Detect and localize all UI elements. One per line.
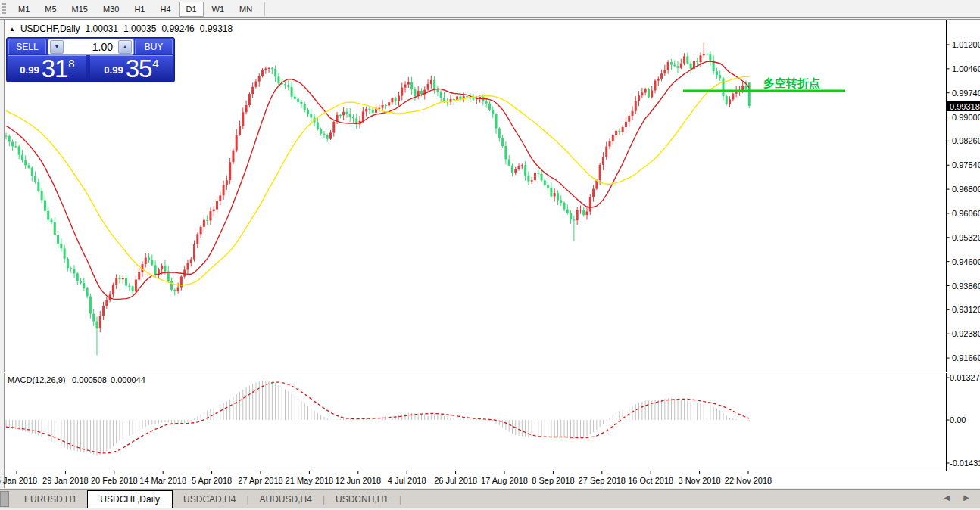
- tab-scroll-right-icon[interactable]: ▶: [963, 493, 969, 502]
- buy-button[interactable]: BUY: [135, 39, 173, 54]
- sell-price-sup: 8: [68, 57, 74, 70]
- trading-terminal-window: M1M5M15M30H1H4D1W1MN 1.012001.004600.997…: [0, 0, 980, 510]
- quote-low: 0.99246: [161, 23, 194, 34]
- price-axis-label: 0.93120: [952, 305, 980, 314]
- svg-text:0.99318: 0.99318: [950, 102, 980, 111]
- volume-down-button[interactable]: ▼: [50, 40, 64, 54]
- time-axis-label: 17 Aug 2018: [481, 476, 528, 485]
- tab-scroll-left-icon[interactable]: ◀: [944, 493, 950, 502]
- buy-price-small: 0.99: [104, 64, 123, 76]
- macd-name: MACD(12,26,9): [8, 375, 65, 384]
- price-axis-label: 0.93860: [952, 281, 980, 291]
- time-axis-label: 4 Jul 2018: [388, 476, 426, 485]
- macd-axis-label: 0.00: [950, 415, 966, 424]
- timeframe-button-m15[interactable]: M15: [65, 2, 95, 17]
- time-axis-label: 12 Jun 2018: [336, 476, 382, 485]
- volume-stepper: ▼ 1.00 ▲: [48, 39, 134, 55]
- macd-value-main: -0.000508: [69, 375, 107, 384]
- time-axis-label: 26 Jul 2018: [434, 476, 477, 485]
- tab-usdchf-daily[interactable]: USDCHF,Daily: [87, 490, 173, 509]
- price-axis-label: 1.01200: [952, 40, 980, 49]
- quote-close: 0.99318: [200, 23, 233, 34]
- sell-price-small: 0.99: [20, 64, 39, 76]
- time-axis-label: 3 Nov 2018: [678, 476, 720, 485]
- current-price-badge: 0.99318: [947, 101, 980, 111]
- time-axis-label: 14 Mar 2018: [139, 476, 186, 485]
- timeframe-button-h1[interactable]: H1: [127, 2, 151, 17]
- volume-value[interactable]: 1.00: [65, 41, 117, 53]
- timeframe-buttons: M1M5M15M30H1H4D1W1MN: [11, 2, 260, 17]
- tabbar-corner-box: [0, 491, 9, 507]
- price-axis-label: 0.91660: [952, 353, 980, 362]
- time-axis-label: 21 May 2018: [286, 476, 334, 485]
- toolbar-grip-icon[interactable]: [2, 3, 6, 15]
- price-axis-label: 0.99000: [952, 113, 980, 122]
- time-axis-label: 27 Sep 2018: [579, 476, 626, 485]
- time-axis-label: 5 Jan 2018: [0, 476, 37, 485]
- price-axis-label: 0.95320: [952, 233, 980, 242]
- chart-title: ▲ USDCHF,Daily 1.00031 1.00035 0.99246 0…: [9, 23, 233, 34]
- buy-price-big: 35: [126, 58, 152, 80]
- price-axis-label: 1.00460: [952, 64, 980, 73]
- time-axis-label: 8 Sep 2018: [532, 476, 574, 485]
- time-axis-label: 5 Apr 2018: [192, 476, 232, 485]
- time-axis-label: 22 Nov 2018: [725, 476, 772, 485]
- trendline-label: 多空转折点: [763, 76, 820, 90]
- timeframe-button-d1[interactable]: D1: [179, 2, 204, 17]
- tab-usdcad-h4[interactable]: USDCAD,H4: [173, 492, 246, 507]
- price-axis-label: 0.98260: [952, 136, 980, 145]
- toolbar-separator: [264, 2, 265, 16]
- time-axis-label: 27 Apr 2018: [238, 476, 282, 485]
- buy-price-button[interactable]: 0.99 35 4: [90, 55, 173, 80]
- chart-symbol: USDCHF,Daily: [20, 23, 80, 34]
- tab-audusd-h4[interactable]: AUDUSD,H4: [249, 492, 323, 507]
- price-axis-label: 0.99740: [952, 89, 980, 98]
- timeframe-button-m30[interactable]: M30: [96, 2, 126, 17]
- timeframe-button-w1[interactable]: W1: [205, 2, 232, 17]
- chart-canvas[interactable]: 1.012001.004600.997400.990000.982600.975…: [0, 19, 980, 489]
- quote-high: 1.00035: [123, 23, 156, 34]
- price-axis-label: 0.96800: [952, 185, 980, 194]
- tab-divider: |: [399, 494, 401, 505]
- macd-value-signal: 0.000044: [111, 375, 145, 384]
- price-axis-label: 0.92380: [952, 329, 980, 338]
- sell-price-button[interactable]: 0.99 31 8: [8, 55, 86, 80]
- timeframe-button-m5[interactable]: M5: [38, 2, 63, 17]
- quote-open: 1.00031: [86, 23, 118, 34]
- macd-indicator-label: MACD(12,26,9) -0.000508 0.000044: [8, 375, 145, 384]
- price-axis-label: 0.96060: [952, 209, 980, 218]
- volume-up-button[interactable]: ▲: [118, 40, 132, 54]
- price-axis-label: 0.94600: [952, 257, 980, 266]
- macd-axis-label: 0.01327: [950, 373, 980, 382]
- chart-tabs-bar: EURUSD,H1USDCHF,DailyUSDCAD,H4|AUDUSD,H4…: [0, 489, 980, 508]
- one-click-trading-panel: SELL ▼ 1.00 ▲ BUY 0.99 31 8 0.99 35 4: [6, 37, 175, 82]
- timeframe-toolbar: M1M5M15M30H1H4D1W1MN: [0, 0, 980, 18]
- tab-eurusd-h1[interactable]: EURUSD,H1: [14, 492, 87, 507]
- macd-axis-label: -0.01431: [950, 459, 980, 468]
- buy-price-sup: 4: [152, 57, 158, 70]
- chart-tabs: EURUSD,H1USDCHF,DailyUSDCAD,H4|AUDUSD,H4…: [14, 490, 401, 508]
- timeframe-button-m1[interactable]: M1: [11, 2, 36, 17]
- sell-price-big: 31: [42, 58, 68, 80]
- time-axis-label: 29 Jan 2018: [42, 476, 89, 485]
- sell-button[interactable]: SELL: [8, 39, 46, 54]
- timeframe-button-mn[interactable]: MN: [233, 2, 259, 17]
- time-axis-label: 20 Feb 2018: [91, 476, 138, 485]
- timeframe-button-h4[interactable]: H4: [153, 2, 177, 17]
- tab-scroll-controls: ◀ ▶: [944, 493, 969, 502]
- time-axis-label: 16 Oct 2018: [628, 476, 673, 485]
- tab-usdcnh-h1[interactable]: USDCNH,H1: [325, 492, 399, 507]
- collapse-triangle-icon[interactable]: ▲: [9, 26, 15, 33]
- price-axis-label: 0.97540: [952, 160, 980, 169]
